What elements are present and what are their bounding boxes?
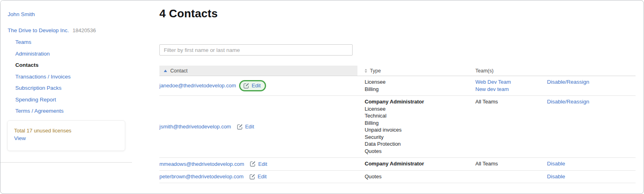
column-header-contact[interactable]: Contact bbox=[159, 66, 357, 76]
contact-cell: janedoe@thedrivetodevelop.comEdit bbox=[159, 76, 357, 95]
user-profile-link[interactable]: John Smith bbox=[8, 11, 35, 18]
sidebar-nav: TeamsAdministrationContactsTransactions … bbox=[8, 39, 132, 114]
column-header-actions bbox=[540, 66, 636, 76]
type-cell: LicenseeBilling bbox=[357, 76, 468, 95]
filter-input[interactable] bbox=[159, 44, 353, 56]
column-header-type[interactable]: Type bbox=[357, 66, 468, 76]
teams-cell: All Teams bbox=[468, 158, 540, 170]
sidebar-item-administration[interactable]: Administration bbox=[15, 50, 132, 57]
sidebar: John Smith The Drive to Develop Inc. 184… bbox=[0, 0, 132, 163]
contact-email-link[interactable]: janedoe@thedrivetodevelop.com bbox=[159, 82, 236, 89]
type-value: Company Administrator bbox=[365, 98, 468, 105]
column-header-teams-label: Team(s) bbox=[475, 68, 493, 74]
team-link[interactable]: New dev team bbox=[475, 86, 540, 93]
edit-button-highlighted[interactable]: Edit bbox=[239, 80, 266, 91]
license-card: Total 17 unused licenses View bbox=[7, 120, 125, 151]
sidebar-item-terms-agreements[interactable]: Terms / Agreements bbox=[15, 107, 132, 114]
organization-id: 18420536 bbox=[72, 27, 96, 33]
type-value: Licensee bbox=[365, 105, 468, 113]
team-link[interactable]: Web Dev Team bbox=[475, 78, 540, 86]
main-content: 4 Contacts Contact Type Team(s) janedoe@… bbox=[159, 0, 636, 183]
contact-cell: peterbrown@thedrivetodevelop.comEdit bbox=[159, 171, 357, 183]
type-cell: Company Administrator bbox=[357, 158, 468, 170]
sort-ascending-icon bbox=[164, 70, 167, 72]
column-header-teams: Team(s) bbox=[468, 66, 540, 76]
edit-icon bbox=[250, 174, 255, 180]
column-header-type-label: Type bbox=[370, 68, 381, 74]
sidebar-item-transactions-invoices[interactable]: Transactions / Invoices bbox=[15, 73, 132, 80]
contact-email-link[interactable]: mmeadows@thedrivetodevelop.com bbox=[159, 161, 244, 168]
contacts-table: Contact Type Team(s) janedoe@thedrivetod… bbox=[159, 66, 636, 183]
teams-cell: All Teams bbox=[468, 96, 540, 157]
type-value: Licensee bbox=[365, 78, 468, 86]
type-value: Billing bbox=[365, 120, 468, 127]
contact-email-link[interactable]: peterbrown@thedrivetodevelop.com bbox=[159, 173, 244, 180]
table-row: jsmith@thedrivetodevelop.comEditCompany … bbox=[159, 96, 636, 158]
organization-row: The Drive to Develop Inc. 18420536 bbox=[8, 27, 132, 34]
column-header-contact-label: Contact bbox=[170, 68, 188, 74]
edit-icon bbox=[237, 124, 243, 130]
teams-cell bbox=[468, 171, 540, 183]
edit-button-label: Edit bbox=[258, 161, 267, 168]
edit-button-label: Edit bbox=[258, 173, 266, 180]
sidebar-item-spending-report[interactable]: Spending Report bbox=[15, 96, 132, 103]
edit-icon bbox=[244, 83, 249, 89]
contacts-table-body: janedoe@thedrivetodevelop.comEditLicense… bbox=[159, 76, 636, 183]
action-link-disable-reassign[interactable]: Disable/Reassign bbox=[547, 99, 589, 105]
action-link-disable-reassign[interactable]: Disable/Reassign bbox=[547, 79, 589, 85]
type-value: Technical bbox=[365, 112, 468, 120]
type-cell: Quotes bbox=[357, 171, 468, 183]
edit-button[interactable]: Edit bbox=[250, 173, 266, 180]
type-value: Quotes bbox=[365, 173, 468, 180]
edit-button[interactable]: Edit bbox=[237, 123, 254, 130]
type-value: Company Administrator bbox=[365, 160, 468, 167]
table-row: mmeadows@thedrivetodevelop.comEditCompan… bbox=[159, 158, 636, 171]
action-cell: Disable bbox=[540, 171, 636, 183]
sidebar-item-teams[interactable]: Teams bbox=[15, 39, 132, 45]
action-cell: Disable bbox=[540, 158, 636, 170]
type-value: Data Protection bbox=[365, 140, 468, 148]
action-link-disable[interactable]: Disable bbox=[547, 161, 565, 167]
sidebar-item-contacts[interactable]: Contacts bbox=[15, 62, 132, 68]
page-title: 4 Contacts bbox=[159, 7, 636, 20]
contact-cell: jsmith@thedrivetodevelop.comEdit bbox=[159, 96, 357, 157]
license-view-link[interactable]: View bbox=[14, 135, 26, 141]
edit-button[interactable]: Edit bbox=[250, 161, 267, 168]
teams-cell: Web Dev TeamNew dev team bbox=[468, 76, 540, 95]
edit-button-label: Edit bbox=[252, 82, 260, 89]
type-value: Unpaid invoices bbox=[365, 126, 468, 134]
organization-link[interactable]: The Drive to Develop Inc. bbox=[8, 27, 69, 34]
contact-email-link[interactable]: jsmith@thedrivetodevelop.com bbox=[159, 123, 231, 130]
table-row: peterbrown@thedrivetodevelop.comEditQuot… bbox=[159, 171, 636, 184]
team-value: All Teams bbox=[475, 98, 540, 105]
type-value: Billing bbox=[365, 86, 468, 93]
table-row: janedoe@thedrivetodevelop.comEditLicense… bbox=[159, 76, 636, 96]
sort-inactive-icon bbox=[365, 69, 367, 73]
type-value: Quotes bbox=[365, 148, 468, 155]
edit-icon bbox=[250, 161, 256, 167]
app-window: John Smith The Drive to Develop Inc. 184… bbox=[0, 0, 644, 194]
action-cell: Disable/Reassign bbox=[540, 96, 636, 157]
action-link-disable[interactable]: Disable bbox=[547, 173, 565, 180]
edit-button-label: Edit bbox=[245, 123, 254, 130]
team-value: All Teams bbox=[475, 160, 540, 167]
action-cell: Disable/Reassign bbox=[540, 76, 636, 95]
type-value: Security bbox=[365, 134, 468, 141]
table-header-row: Contact Type Team(s) bbox=[159, 66, 636, 76]
license-summary-text: Total 17 unused licenses bbox=[14, 128, 118, 134]
type-cell: Company AdministratorLicenseeTechnicalBi… bbox=[357, 96, 468, 157]
sidebar-item-subscription-packs[interactable]: Subscription Packs bbox=[15, 85, 132, 91]
contact-cell: mmeadows@thedrivetodevelop.comEdit bbox=[159, 158, 357, 170]
